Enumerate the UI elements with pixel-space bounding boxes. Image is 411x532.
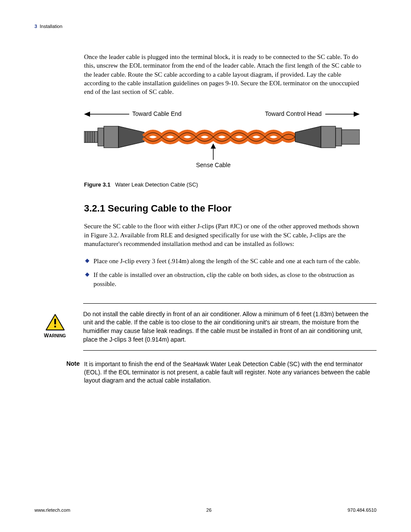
subsection-heading: 3.2.1 Securing Cable to the Floor	[84, 203, 364, 214]
svg-marker-3	[354, 112, 360, 117]
warning-icon	[45, 314, 65, 331]
label-toward-control-head: Toward Control Head	[265, 110, 322, 117]
footer-right: 970.484.6510	[348, 507, 377, 513]
footer-left: www.rletech.com	[34, 507, 70, 513]
connector-right	[295, 126, 360, 148]
figure-caption-text: Water Leak Detection Cable (SC)	[115, 181, 198, 188]
page-footer: www.rletech.com 26 970.484.6510	[34, 507, 377, 513]
figure-caption: Figure 3.1 Water Leak Detection Cable (S…	[84, 181, 364, 188]
warning-block: WARNING Do not install the cable directl…	[34, 303, 377, 351]
svg-rect-4	[84, 131, 98, 143]
note-label: Note	[34, 360, 80, 367]
svg-rect-11	[104, 126, 118, 148]
figure-cable-diagram: Toward Cable End Toward Control Head	[84, 105, 364, 188]
page-header: 3 Installation	[34, 24, 377, 29]
chapter-title: Installation	[40, 24, 62, 29]
warning-label: WARNING	[34, 333, 75, 339]
bullet-list: Place one J-clip every 3 feet (.914m) al…	[84, 257, 364, 288]
list-item: Place one J-clip every 3 feet (.914m) al…	[84, 257, 364, 265]
note-block: Note It is important to finish the end o…	[34, 360, 377, 385]
footer-page-number: 26	[206, 507, 212, 513]
sense-cable	[144, 133, 295, 141]
intro-paragraph: Once the leader cable is plugged into th…	[84, 53, 364, 96]
cable-svg: Toward Cable End Toward Control Head	[84, 105, 360, 174]
svg-marker-18	[211, 143, 216, 149]
label-toward-cable-end: Toward Cable End	[132, 110, 181, 117]
svg-marker-13	[295, 126, 321, 148]
label-sense-cable: Sense Cable	[196, 162, 230, 168]
svg-rect-16	[342, 130, 360, 144]
svg-rect-20	[54, 319, 56, 324]
connector-left	[84, 126, 144, 148]
main-body: Once the leader cable is plugged into th…	[84, 53, 364, 288]
svg-marker-12	[118, 126, 144, 148]
figure-caption-bold: Figure 3.1	[84, 181, 110, 188]
chapter-number: 3	[34, 24, 37, 29]
svg-rect-10	[98, 128, 104, 146]
svg-marker-1	[84, 112, 90, 117]
warning-icon-column: WARNING	[34, 303, 75, 339]
svg-rect-14	[321, 126, 336, 148]
list-item: If the cable is installed over an obstru…	[84, 271, 364, 288]
warning-text: Do not install the cable directly in fro…	[83, 303, 377, 351]
svg-rect-21	[54, 326, 56, 327]
svg-rect-15	[336, 128, 342, 146]
note-text: It is important to finish the end of the…	[84, 360, 377, 385]
secure-paragraph: Secure the SC cable to the floor with ei…	[84, 222, 364, 248]
